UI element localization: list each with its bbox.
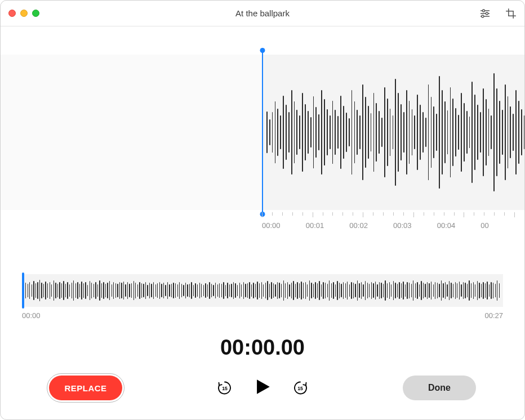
overview-playhead[interactable] — [22, 272, 24, 309]
minimize-window-button[interactable] — [20, 10, 28, 17]
controls-bar: REPLACE 15 15 Done — [1, 371, 524, 405]
main-waveform-area[interactable]: 00:0000:0100:0200:0300:0400 — [1, 55, 524, 240]
traffic-lights — [8, 10, 39, 17]
overview-waveform[interactable]: 00:00 00:27 — [22, 274, 503, 320]
window-title: At the ballpark — [1, 8, 524, 18]
svg-text:15: 15 — [297, 386, 303, 391]
time-tick-label: 00 — [480, 221, 524, 230]
skip-forward-15-icon[interactable]: 15 — [292, 380, 308, 396]
time-ruler-labels: 00:0000:0100:0200:0300:0400 — [262, 221, 524, 230]
overview-bars — [22, 274, 503, 307]
time-tick-label: 00:04 — [437, 221, 481, 230]
waveform-empty-region — [1, 55, 262, 210]
crop-trim-icon[interactable] — [505, 8, 517, 19]
skip-back-15-icon[interactable]: 15 — [217, 380, 233, 396]
done-button[interactable]: Done — [403, 376, 476, 400]
close-window-button[interactable] — [8, 10, 16, 17]
overview-start-time: 00:00 — [22, 311, 41, 320]
overview-time-labels: 00:00 00:27 — [22, 311, 503, 320]
time-tick-label: 00:02 — [349, 221, 393, 230]
time-tick-label: 00:03 — [393, 221, 437, 230]
replace-button-label: REPLACE — [64, 383, 106, 393]
waveform-bars — [266, 55, 524, 210]
overview-end-time: 00:27 — [484, 311, 503, 320]
play-button[interactable] — [253, 377, 272, 399]
time-tick-label: 00:00 — [262, 221, 306, 230]
playback-controls: 15 15 — [217, 377, 308, 399]
time-tick-label: 00:01 — [306, 221, 350, 230]
svg-marker-7 — [257, 379, 270, 394]
svg-point-5 — [482, 15, 484, 17]
done-button-label: Done — [428, 383, 451, 393]
playhead[interactable] — [262, 50, 263, 215]
titlebar: At the ballpark — [1, 1, 524, 26]
time-ruler-ticks — [262, 212, 524, 219]
toolbar — [479, 8, 517, 19]
voice-memo-editor-window: At the ballpark 00:0000:0100:0200:0 — [0, 0, 525, 420]
current-time-display: 00:00.00 — [1, 336, 524, 360]
svg-point-1 — [483, 10, 485, 12]
zoom-window-button[interactable] — [32, 10, 39, 17]
svg-point-3 — [486, 12, 488, 15]
replace-button[interactable]: REPLACE — [49, 376, 122, 400]
settings-sliders-icon[interactable] — [479, 8, 491, 19]
svg-text:15: 15 — [222, 386, 228, 391]
